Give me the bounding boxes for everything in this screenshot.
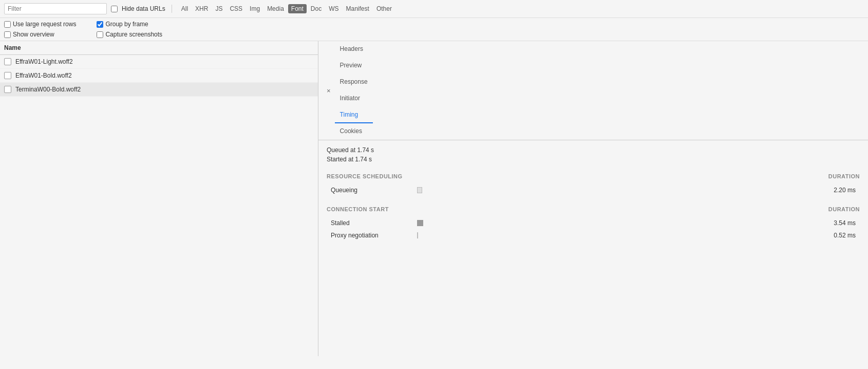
- timing-row: Stalled3.54 ms: [327, 217, 860, 229]
- timing-duration: 3.54 ms: [825, 219, 856, 227]
- type-filter-ws[interactable]: WS: [326, 4, 342, 13]
- options-right: Group by frame Capture screenshots: [97, 21, 162, 38]
- table-row[interactable]: TerminaW00-Bold.woff2: [0, 83, 318, 97]
- toolbar-separator: [172, 5, 172, 13]
- group-by-frame-checkbox[interactable]: [97, 21, 103, 28]
- timing-bar-container: [413, 232, 825, 238]
- type-filter-xhr[interactable]: XHR: [192, 4, 211, 13]
- left-panel: Name EffraW01-Light.woff2EffraW01-Bold.w…: [0, 41, 318, 356]
- type-filter-manifest[interactable]: Manifest: [343, 4, 372, 13]
- timing-row-name: Stalled: [331, 219, 413, 227]
- table-name-header: Name: [0, 41, 318, 55]
- use-large-rows-checkbox[interactable]: [4, 21, 11, 28]
- timing-bar: [417, 232, 418, 238]
- show-overview-checkbox[interactable]: [4, 31, 11, 38]
- tab-timing[interactable]: Timing: [335, 107, 373, 123]
- row-checkbox: [4, 58, 11, 65]
- timing-duration: 0.52 ms: [825, 232, 856, 239]
- type-filter-img[interactable]: Img: [247, 4, 263, 13]
- resource-scheduling-duration-col: DURATION: [828, 173, 860, 179]
- table-row[interactable]: EffraW01-Bold.woff2: [0, 69, 318, 83]
- toolbar: Hide data URLs AllXHRJSCSSImgMediaFontDo…: [0, 0, 868, 18]
- connection-start-section: Connection Start DURATION Stalled3.54 ms…: [327, 204, 860, 241]
- resource-scheduling-header: Resource Scheduling DURATION: [327, 171, 860, 181]
- group-by-frame-option[interactable]: Group by frame: [97, 21, 162, 28]
- timing-duration: 2.20 ms: [825, 187, 856, 194]
- row-checkbox: [4, 86, 11, 93]
- type-filters: AllXHRJSCSSImgMediaFontDocWSManifestOthe…: [178, 4, 395, 13]
- table-row[interactable]: EffraW01-Light.woff2: [0, 55, 318, 69]
- tabs-row: × HeadersPreviewResponseInitiatorTimingC…: [318, 41, 868, 140]
- use-large-rows-option[interactable]: Use large request rows: [4, 21, 76, 28]
- resource-scheduling-title: Resource Scheduling: [327, 173, 403, 179]
- type-filter-js[interactable]: JS: [212, 4, 225, 13]
- type-filter-media[interactable]: Media: [264, 4, 287, 13]
- row-name: EffraW01-Bold.woff2: [15, 72, 72, 79]
- tab-response[interactable]: Response: [335, 74, 373, 90]
- timing-bar: [417, 187, 422, 193]
- type-filter-font[interactable]: Font: [288, 4, 307, 13]
- timing-row: Proxy negotiation0.52 ms: [327, 230, 860, 241]
- timing-row: Queueing2.20 ms: [327, 184, 860, 196]
- close-panel-button[interactable]: ×: [323, 82, 335, 99]
- connection-start-rows: Stalled3.54 msProxy negotiation0.52 ms: [327, 217, 860, 241]
- queued-at: Queued at 1.74 s: [327, 146, 860, 154]
- table-rows: EffraW01-Light.woff2EffraW01-Bold.woff2T…: [0, 55, 318, 97]
- connection-start-title: Connection Start: [327, 206, 389, 212]
- tab-cookies[interactable]: Cookies: [335, 123, 373, 140]
- resource-scheduling-section: Resource Scheduling DURATION Queueing2.2…: [327, 171, 860, 196]
- timing-content: Queued at 1.74 s Started at 1.74 s Resou…: [318, 140, 868, 356]
- hide-data-urls-checkbox[interactable]: [111, 6, 118, 12]
- filter-input[interactable]: [4, 3, 107, 14]
- tab-headers[interactable]: Headers: [335, 41, 373, 58]
- timing-bar-container: [413, 220, 825, 226]
- tab-initiator[interactable]: Initiator: [335, 90, 373, 107]
- timing-bar: [417, 220, 423, 226]
- type-filter-all[interactable]: All: [178, 4, 191, 13]
- connection-start-header: Connection Start DURATION: [327, 204, 860, 214]
- row-name: EffraW01-Light.woff2: [15, 58, 73, 65]
- tab-preview[interactable]: Preview: [335, 58, 373, 74]
- type-filter-css[interactable]: CSS: [227, 4, 246, 13]
- connection-start-duration-col: DURATION: [828, 206, 860, 212]
- type-filter-doc[interactable]: Doc: [308, 4, 325, 13]
- hide-data-urls-label[interactable]: Hide data URLs: [122, 5, 165, 12]
- right-panel: × HeadersPreviewResponseInitiatorTimingC…: [318, 41, 868, 356]
- timing-row-name: Proxy negotiation: [331, 232, 413, 239]
- type-filter-other[interactable]: Other: [373, 4, 395, 13]
- started-at: Started at 1.74 s: [327, 156, 860, 163]
- resource-scheduling-rows: Queueing2.20 ms: [327, 184, 860, 196]
- row-checkbox: [4, 72, 11, 79]
- capture-screenshots-option[interactable]: Capture screenshots: [97, 31, 162, 38]
- options-row: Use large request rows Show overview Gro…: [0, 18, 868, 41]
- row-name: TerminaW00-Bold.woff2: [15, 86, 81, 93]
- timing-bar-container: [413, 187, 825, 193]
- show-overview-option[interactable]: Show overview: [4, 31, 76, 38]
- timing-row-name: Queueing: [331, 187, 413, 194]
- capture-screenshots-checkbox[interactable]: [97, 31, 103, 38]
- tabs-container: HeadersPreviewResponseInitiatorTimingCoo…: [335, 41, 373, 140]
- options-left: Use large request rows Show overview: [4, 21, 76, 38]
- main-content: Name EffraW01-Light.woff2EffraW01-Bold.w…: [0, 41, 868, 356]
